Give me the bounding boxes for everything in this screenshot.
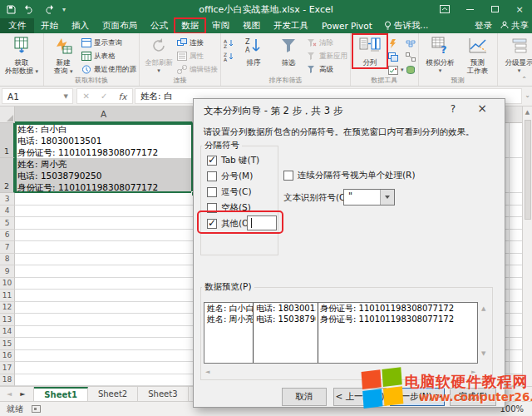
relationships-button[interactable] [406,51,416,62]
qat-customize-icon[interactable]: ▾ [62,6,66,13]
dialog-titlebar[interactable]: 文本分列向导 - 第 2 步，共 3 步 ? × [194,99,505,121]
preview-column-divider[interactable] [318,303,318,363]
from-table-button[interactable]: 从表格 [81,51,136,62]
scroll-up-icon[interactable]: ▲ [523,106,532,116]
data-preview-box[interactable]: 姓名: 白小白 电话: 18030013501 身份证号: 1101011983… [204,302,478,364]
maximize-button[interactable] [482,0,507,18]
row-header[interactable]: 8 [0,254,15,266]
row-header[interactable]: 13 [0,314,15,326]
ribbon-display-options-icon[interactable] [432,0,457,18]
delimiter-checkbox-row[interactable]: Tab 键(T) [207,154,259,166]
row-header[interactable]: 6 [0,230,15,242]
collapse-ribbon-icon[interactable]: ⌃ [521,76,527,83]
row-header[interactable]: 17 [0,362,15,374]
connections-button[interactable]: 连接 [177,37,218,49]
new-query-button[interactable]: 新建 查询 ▾ [47,35,80,75]
preview-scroll-right-icon[interactable]: ► [471,369,475,375]
other-checkbox[interactable] [207,219,217,229]
ribbon-tab[interactable]: 审阅 [205,18,236,33]
row-header[interactable]: 15 [0,338,15,350]
delimiter-checkbox-row[interactable]: 逗号(C) [207,186,252,198]
manage-data-model-button[interactable] [406,64,416,76]
remove-duplicates-button[interactable] [388,51,404,62]
row-header[interactable]: 18 [0,374,15,387]
select-all-corner[interactable] [0,106,15,123]
advanced-filter-button[interactable]: 高级 [307,64,347,76]
clear-filter-button[interactable]: 清除 [307,37,347,49]
confirm-entry-icon[interactable]: ✓ [101,92,107,101]
tab-tell-me[interactable]: 告诉我... [379,18,434,33]
row-header[interactable]: 4 [0,206,15,218]
forecast-sheet-button[interactable]: 预测 工作表 [461,35,495,75]
text-qualifier-combo[interactable]: " [343,189,395,206]
close-button[interactable]: × [507,0,532,18]
row-header[interactable]: 12 [0,302,15,314]
text-to-columns-button[interactable]: 分列 [353,35,387,67]
sheet-nav-left-icon[interactable]: ◄ [7,390,12,398]
ribbon-tab[interactable]: 插入 [65,18,96,33]
save-icon[interactable] [7,5,16,14]
row-header-1[interactable]: 1 [0,123,15,158]
row-header[interactable]: 14 [0,326,15,339]
row-header[interactable]: 10 [0,278,15,290]
ribbon-tab[interactable]: 开始 [34,18,65,33]
refresh-all-button[interactable]: 全部刷新 ▾ [142,35,175,74]
sheet-tab[interactable]: Sheet2 [88,387,138,402]
row-header[interactable]: 5 [0,217,15,230]
back-button[interactable]: < 上一步(B) [333,388,387,406]
share-button[interactable]: 共享 [500,20,529,32]
undo-icon[interactable] [24,5,35,14]
ribbon-tab[interactable]: 公式 [144,18,175,33]
preview-scroll-up-icon[interactable]: ▲ [481,305,485,312]
name-box[interactable]: A1 ▼ [2,88,73,104]
dialog-help-button[interactable]: ? [443,103,463,118]
sort-za-button[interactable]: ZA [224,51,235,62]
row-header[interactable]: 3 [0,193,15,206]
consecutive-delimiters-row[interactable]: 连续分隔符号视为单个处理(R) [283,169,416,181]
cell-a1[interactable]: 姓名: 白小白电话: 18030013501身份证号: 110101198308… [15,123,193,158]
ribbon-tab[interactable]: 数据 [175,18,205,33]
delimiter-checkbox-row[interactable]: 空格(S) [207,201,251,214]
sort-az-button[interactable]: AZ [224,37,235,49]
column-header-a[interactable]: A [15,106,193,123]
flash-fill-button[interactable] [388,37,404,49]
preview-scroll-left-icon[interactable]: ◄ [205,369,209,375]
ribbon-tab[interactable]: 页面布局 [96,18,144,33]
preview-scroll-down-icon[interactable]: ▼ [481,350,485,357]
sheet-tab[interactable]: Sheet3 [138,387,188,402]
ribbon-tab[interactable]: 视图 [236,18,267,33]
macro-record-icon[interactable] [32,405,41,413]
signin-link[interactable]: 登录 [475,20,492,32]
checkbox[interactable] [207,203,217,213]
sheet-tab[interactable]: Sheet1 [34,387,88,402]
combo-dropdown-icon[interactable] [380,190,394,205]
formula-bar-expand-icon[interactable]: ⌄ [525,92,530,99]
ribbon-tab[interactable]: 开发工具 [267,18,315,33]
checkbox[interactable] [207,156,217,166]
row-header[interactable]: 7 [0,241,15,254]
vertical-scrollbar[interactable]: ▲ [522,106,532,386]
other-delimiter-input[interactable] [247,215,277,230]
row-header[interactable]: 16 [0,350,15,363]
get-external-data-button[interactable]: 获取 外部数据 ▾ [2,35,41,75]
insert-function-icon[interactable]: fx [119,92,127,102]
recent-sources-button[interactable]: 最近使用的源 [81,64,136,76]
checkbox[interactable] [207,171,217,181]
preview-column-divider[interactable] [253,303,254,363]
ribbon-tab[interactable]: Power Pivot [315,19,379,32]
cell-a2[interactable]: 姓名: 周小亮电话: 15038790250身份证号: 110101198308… [15,158,193,193]
show-queries-button[interactable]: 显示查询 [81,37,136,49]
namebox-dropdown-icon[interactable]: ▼ [64,93,72,100]
minimize-button[interactable] [457,0,482,18]
redo-icon[interactable] [43,5,54,14]
consolidate-button[interactable] [406,37,416,49]
what-if-analysis-button[interactable]: ? 模拟分析 ▾ [421,35,460,74]
next-button[interactable]: 下一步(N) > [390,388,445,406]
reapply-filter-button[interactable]: 重新应用 [307,51,347,62]
cancel-button[interactable]: 取消 [282,388,327,406]
edit-links-button[interactable]: 编辑链接 [177,64,218,76]
properties-button[interactable]: 属性 [177,51,218,62]
outline-button[interactable]: 分级显示 ▾ [500,35,532,74]
scrollbar-thumb[interactable] [525,120,531,220]
delimiter-checkbox-row[interactable]: 分号(M) [207,170,253,182]
